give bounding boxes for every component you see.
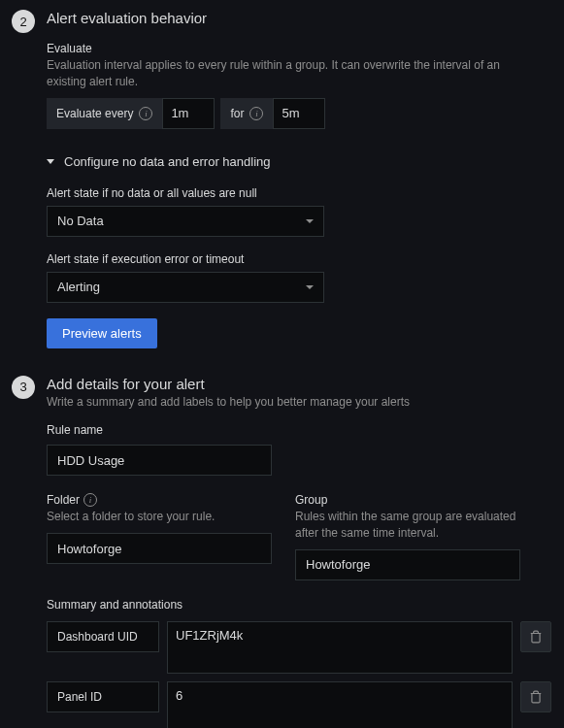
- execerr-label: Alert state if execution error or timeou…: [47, 252, 548, 266]
- summary-label: Summary and annotations: [47, 598, 551, 612]
- rulename-input[interactable]: [47, 445, 272, 476]
- annotation-row: Panel ID: [47, 681, 551, 728]
- section-subtitle: Write a summary and add labels to help y…: [47, 394, 551, 411]
- info-icon[interactable]: i: [83, 493, 97, 507]
- info-icon[interactable]: i: [139, 107, 152, 120]
- rulename-label: Rule name: [47, 423, 551, 437]
- delete-annotation-button[interactable]: [520, 621, 551, 652]
- annotation-value-input[interactable]: [167, 681, 513, 728]
- preview-alerts-button[interactable]: Preview alerts: [47, 318, 157, 348]
- folder-desc: Select a folder to store your rule.: [47, 509, 272, 525]
- group-input[interactable]: [295, 549, 520, 580]
- folder-select[interactable]: Howtoforge: [47, 533, 272, 564]
- for-input[interactable]: [273, 98, 325, 129]
- trash-icon: [529, 630, 543, 644]
- info-icon[interactable]: i: [249, 107, 263, 120]
- annotation-row: Dashboard UID: [47, 621, 551, 674]
- chevron-down-icon: [47, 159, 54, 164]
- group-label: Group: [295, 493, 520, 507]
- for-label: for i: [220, 98, 273, 129]
- annotation-value-input[interactable]: [167, 621, 513, 674]
- delete-annotation-button[interactable]: [520, 681, 551, 712]
- collapse-no-data-error[interactable]: Configure no data and error handling: [47, 154, 548, 169]
- section-add-details: 3 Add details for your alert Write a sum…: [0, 376, 564, 728]
- annotation-key-select[interactable]: Panel ID: [47, 681, 159, 712]
- annotation-key-select[interactable]: Dashboard UID: [47, 621, 159, 652]
- chevron-down-icon: [306, 285, 314, 289]
- nodata-label: Alert state if no data or all values are…: [47, 186, 548, 200]
- execerr-select[interactable]: Alerting: [47, 272, 324, 303]
- step-badge-3: 3: [12, 376, 35, 399]
- folder-label: Folder i: [47, 493, 272, 507]
- evaluate-label: Evaluate: [47, 42, 548, 55]
- section-title: Alert evaluation behavior: [47, 10, 548, 26]
- evaluate-desc: Evaluation interval applies to every rul…: [47, 57, 532, 90]
- step-badge-2: 2: [12, 10, 35, 33]
- section-alert-evaluation: 2 Alert evaluation behavior Evaluate Eva…: [0, 10, 564, 348]
- chevron-down-icon: [306, 219, 314, 223]
- nodata-select[interactable]: No Data: [47, 206, 324, 237]
- group-desc: Rules within the same group are evaluate…: [295, 509, 520, 542]
- evaluate-every-input[interactable]: [162, 98, 215, 129]
- section-title: Add details for your alert: [47, 376, 551, 392]
- trash-icon: [529, 690, 543, 704]
- evaluate-every-label: Evaluate every i: [47, 98, 162, 129]
